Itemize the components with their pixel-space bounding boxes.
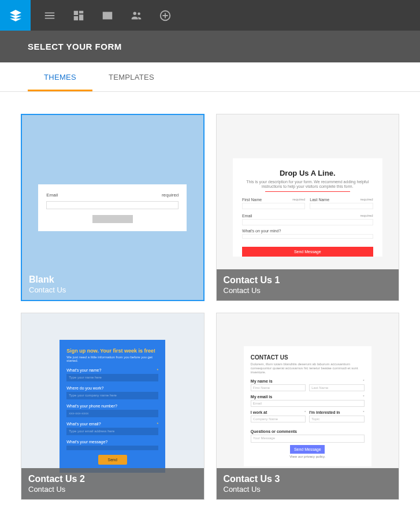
card-title: Contact Us 1 <box>224 275 392 285</box>
card-subtitle: Contact Us <box>224 286 392 295</box>
card-blank[interactable]: Emailrequired Blank Contact Us <box>21 114 205 301</box>
logo[interactable] <box>0 0 31 31</box>
card-contact-1[interactable]: Drop Us A Line. This is your description… <box>216 114 400 301</box>
add-icon[interactable] <box>159 9 172 22</box>
card-subtitle: Contact Us <box>29 285 196 294</box>
dashboard-icon[interactable] <box>72 9 85 22</box>
menu-icon[interactable] <box>43 9 56 22</box>
contact-card-icon[interactable] <box>101 9 114 22</box>
tab-themes[interactable]: THEMES <box>28 62 92 91</box>
template-grid: Emailrequired Blank Contact Us Drop Us A… <box>0 92 420 508</box>
top-bar <box>0 0 420 31</box>
tab-templates[interactable]: TEMPLATES <box>92 62 170 91</box>
card-title: Blank <box>29 275 196 285</box>
card-footer: Contact Us 3 Contact Us <box>217 468 399 499</box>
card-footer: Blank Contact Us <box>22 269 203 300</box>
card-title: Contact Us 2 <box>28 474 197 484</box>
people-icon[interactable] <box>130 9 143 22</box>
card-contact-2[interactable]: Sign up now. Your first week is free! We… <box>21 313 205 500</box>
page-header: SELECT YOUR FORM <box>0 31 420 62</box>
card-footer: Contact Us 2 Contact Us <box>21 468 204 499</box>
card-subtitle: Contact Us <box>28 485 197 494</box>
topbar-icons <box>31 9 184 22</box>
page-title: SELECT YOUR FORM <box>28 42 122 51</box>
card-footer: Contact Us 1 Contact Us <box>217 269 399 301</box>
card-subtitle: Contact Us <box>224 485 392 494</box>
card-title: Contact Us 3 <box>224 474 392 484</box>
card-contact-3[interactable]: CONTACT US Dolorem, illum totam blanditi… <box>216 313 400 500</box>
tabs: THEMES TEMPLATES <box>0 62 420 92</box>
